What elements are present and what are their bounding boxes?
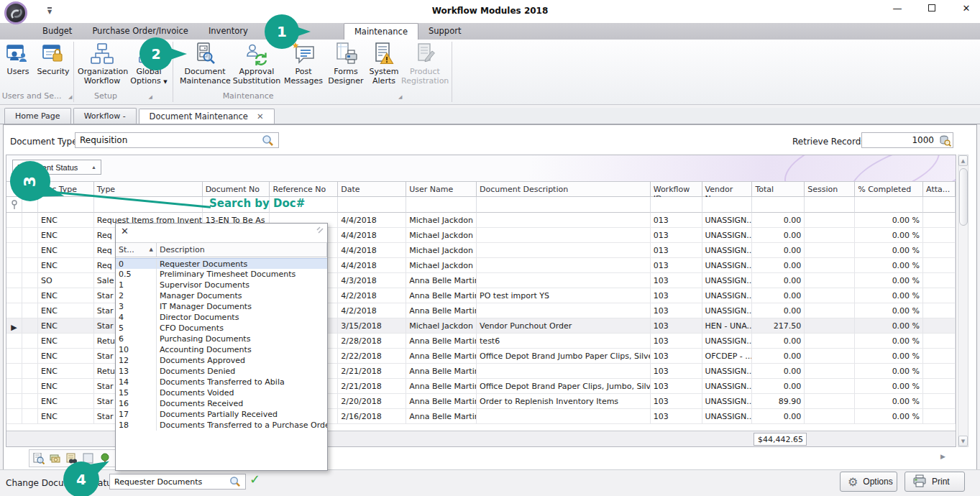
filter-cell-pct[interactable] — [855, 197, 923, 213]
cell-atta — [923, 258, 956, 273]
filter-cell-workflow_id[interactable] — [651, 197, 702, 213]
column-header-date[interactable]: Date — [338, 181, 406, 197]
document-type-search-icon[interactable] — [261, 134, 274, 149]
row-indicator — [6, 334, 22, 349]
filter-cell-description[interactable] — [477, 197, 651, 213]
status-list-item[interactable]: 12Documents Approved — [116, 355, 327, 366]
column-header-pct[interactable]: % Completed — [855, 181, 923, 197]
status-list-item[interactable]: 13Documents Denied — [116, 366, 327, 377]
status-list-item[interactable]: 6Purchasing Documents — [116, 334, 327, 344]
scroll-down-icon[interactable]: ▼ — [958, 436, 968, 446]
tab-workflow[interactable]: Workflow - — [73, 108, 137, 124]
scroll-right-icon[interactable]: ▶ — [940, 453, 945, 460]
row-indicator — [6, 364, 22, 379]
vertical-scrollbar[interactable]: ▲ ▼ — [958, 155, 968, 447]
ribbon-button-system-alerts[interactable]: System Alerts — [368, 41, 400, 90]
popup-resize-handle[interactable] — [316, 226, 324, 236]
apply-check-icon[interactable]: ✓ — [249, 472, 260, 487]
ribbon-tab-maintenance[interactable]: Maintenance — [344, 23, 418, 40]
status-list-item[interactable]: 18Documents Transferred to a Purchase Or… — [116, 420, 327, 431]
status-list-item[interactable]: 0.5Preliminary Timesheet Documents — [116, 269, 327, 280]
ribbon-button-users[interactable]: Users — [1, 41, 35, 90]
ribbon-tab-support[interactable]: Support — [418, 23, 471, 40]
change-status-input[interactable] — [109, 474, 246, 490]
column-header-total[interactable]: Total — [752, 181, 805, 197]
cell-atta — [923, 318, 956, 334]
column-header-vendor[interactable]: Vendor Na... — [702, 181, 753, 197]
ribbon-tab-inventory[interactable]: Inventory — [198, 23, 258, 40]
status-list-item[interactable]: 5CFO Documents — [116, 323, 327, 334]
cell-description: Vendor Punchout Order — [477, 318, 651, 334]
ribbon-button-document-maintenance[interactable]: Document Maintenance — [180, 41, 230, 90]
print-button[interactable]: Print — [905, 472, 965, 492]
status-list-item[interactable]: 16Documents Received — [116, 398, 327, 409]
column-header-reference_no[interactable]: Reference No — [270, 181, 338, 197]
document-status-popup: ✕ St...▲ Description 0Requester Document… — [115, 223, 328, 471]
filter-cell-total[interactable] — [752, 197, 805, 213]
ribbon-tab-budget[interactable]: Budget — [32, 23, 82, 40]
popup-close-icon[interactable]: ✕ — [121, 226, 129, 236]
filter-cell-user_name[interactable] — [406, 197, 477, 213]
status-list-item[interactable]: 15Documents Voided — [116, 387, 327, 398]
filter-cell-atta[interactable] — [923, 197, 956, 213]
column-header-document_no[interactable]: Document No — [203, 181, 270, 197]
status-list-item[interactable]: 4Director Documents — [116, 312, 327, 323]
tab-home-page[interactable]: Home Page — [4, 108, 71, 124]
cell-doc_type: ENC — [38, 318, 94, 334]
row-indicator — [6, 273, 22, 288]
filter-cell-vendor[interactable] — [702, 197, 753, 213]
close-button[interactable]: ✕ — [958, 3, 974, 14]
grid-filter-row[interactable] — [6, 197, 956, 213]
preview-icon[interactable] — [33, 453, 45, 465]
money-icon[interactable] — [50, 453, 62, 465]
status-list-item[interactable]: 1Supervisor Documents — [116, 280, 327, 290]
ribbon-button-organization-workflow[interactable]: Organization Workflow — [78, 41, 127, 90]
scroll-up-icon[interactable]: ▲ — [958, 155, 968, 166]
cell-total: 0.00 — [752, 364, 805, 379]
dialog-launcher-icon[interactable]: ◢ — [149, 94, 152, 100]
options-button[interactable]: ⚙ Options — [840, 472, 897, 492]
popup-column-status[interactable]: St...▲ — [116, 243, 157, 257]
filter-cell-session[interactable] — [805, 197, 855, 213]
cell-date: 4/3/2018 — [338, 273, 406, 288]
ribbon-button-forms-designer[interactable]: Forms Designer — [325, 41, 367, 90]
ribbon-tab-purchase-order-invoice[interactable]: Purchase Order/Invoice — [82, 23, 198, 40]
cell-pct: 0.00 % — [855, 409, 923, 424]
ribbon-button-post-messages[interactable]: Post Messages — [283, 41, 324, 90]
column-header-session[interactable]: Session — [805, 181, 855, 197]
popup-column-description[interactable]: Description — [157, 243, 327, 257]
dialog-launcher-icon[interactable]: ◢ — [68, 94, 72, 100]
scrollbar-thumb[interactable] — [959, 168, 968, 226]
column-header-type[interactable]: Type — [94, 181, 203, 197]
status-list-item[interactable]: 14Documents Transferred to Abila — [116, 377, 327, 387]
column-header-user_name[interactable]: User Name — [406, 181, 477, 197]
column-header-atta[interactable]: Atta... — [923, 181, 956, 197]
filter-cell-date[interactable] — [338, 197, 406, 213]
minimize-button[interactable]: — — [889, 3, 905, 14]
status-list-item[interactable]: 17Documents Partially Received — [116, 409, 327, 420]
cell-doc_type: ENC — [38, 349, 94, 364]
cell-description — [477, 243, 651, 258]
column-header-workflow_id[interactable]: Workflow ID — [651, 181, 702, 197]
change-status-search-icon[interactable] — [229, 476, 241, 490]
dialog-launcher-icon[interactable]: ◢ — [398, 94, 402, 100]
tab-close-icon[interactable]: ✕ — [257, 111, 264, 121]
status-code: 4 — [116, 312, 157, 323]
status-list-item[interactable]: 3IT Manager Documents — [116, 301, 327, 312]
column-header-description[interactable]: Document Description — [477, 181, 651, 197]
maximize-button[interactable] — [924, 3, 940, 14]
retrieve-records-icon[interactable] — [939, 134, 951, 149]
app-logo-icon — [4, 1, 27, 24]
cell-total: 217.50 — [752, 318, 805, 334]
status-code: 6 — [116, 334, 157, 344]
ribbon-button-security[interactable]: Security — [35, 41, 72, 90]
org-chart-icon — [78, 41, 127, 67]
tab-document-maintenance[interactable]: Document Maintenance✕ — [139, 109, 275, 124]
status-list-item[interactable]: 2Manager Documents — [116, 290, 327, 301]
cell-workflow_id: 103 — [651, 318, 702, 334]
document-type-input[interactable] — [75, 132, 279, 148]
ribbon-button-approval-substitution[interactable]: Approval Substitution — [232, 41, 282, 90]
system-alerts-icon — [368, 41, 400, 67]
status-list-item[interactable]: 0Requester Documents — [116, 258, 327, 269]
status-list-item[interactable]: 10Accounting Documents — [116, 344, 327, 355]
